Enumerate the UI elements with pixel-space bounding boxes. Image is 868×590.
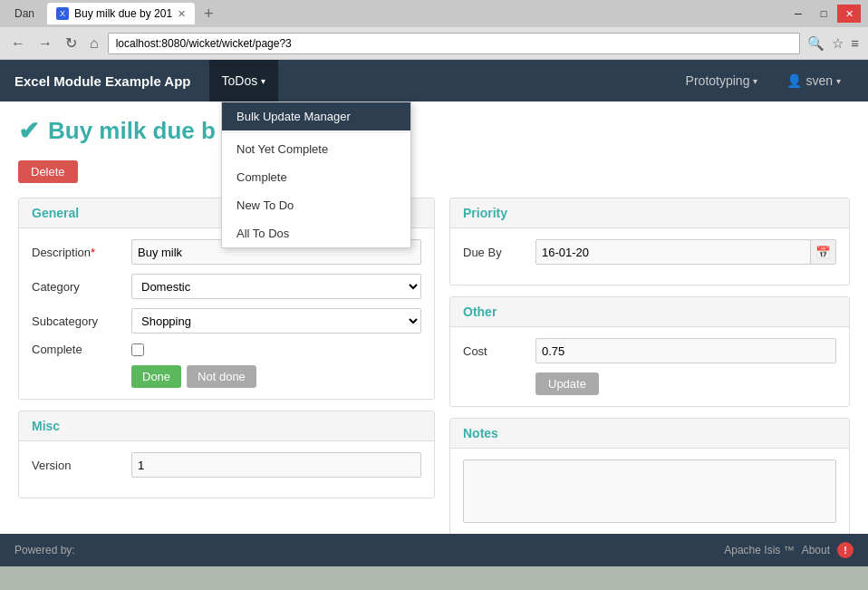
done-button[interactable]: Done <box>131 365 181 388</box>
tab-favicon: X <box>56 7 69 20</box>
todos-caret-icon: ▾ <box>261 76 265 86</box>
page-title-area: ✔ Buy milk due b <box>18 116 850 146</box>
toolbar-right: 🔍 ☆ ≡ <box>805 34 861 53</box>
search-icon[interactable]: 🔍 <box>805 34 826 53</box>
tab-close-button[interactable]: ✕ <box>178 8 186 20</box>
dropdown-item-all-to-dos[interactable]: All To Dos <box>222 219 410 247</box>
misc-panel-body: Version <box>19 441 434 498</box>
prototyping-label: Prototyping <box>686 73 750 88</box>
new-tab-button[interactable]: + <box>200 5 217 24</box>
navbar-user[interactable]: 👤 sven ▾ <box>774 60 854 102</box>
update-button[interactable]: Update <box>535 372 599 395</box>
delete-button[interactable]: Delete <box>18 160 78 183</box>
general-panel-body: Description* Category Domestic Subcatego… <box>19 228 434 399</box>
browser-titlebar: Dan X Buy milk due by 201 ✕ + ─ □ ✕ <box>0 0 868 27</box>
user-caret-icon: ▾ <box>836 76 841 86</box>
cost-input[interactable] <box>535 338 836 363</box>
page-title: Buy milk due b <box>48 117 216 145</box>
address-bar[interactable] <box>108 33 801 54</box>
apache-isis-link[interactable]: Apache Isis ™ <box>724 544 794 556</box>
star-icon[interactable]: ☆ <box>830 34 845 53</box>
about-link[interactable]: About <box>802 544 830 556</box>
home-button[interactable]: ⌂ <box>86 34 102 53</box>
todos-dropdown-menu: Bulk Update Manager Not Yet Complete Com… <box>221 102 411 248</box>
other-panel-header: Other <box>450 297 849 327</box>
notes-panel: Notes <box>449 418 850 534</box>
prototyping-caret-icon: ▾ <box>753 76 757 86</box>
category-select[interactable]: Domestic <box>131 274 421 299</box>
priority-panel-body: Due By 📅 <box>450 228 849 285</box>
footer: Powered by: Apache Isis ™ About ! <box>0 534 868 566</box>
complete-group: Complete <box>32 343 421 356</box>
footer-right: Apache Isis ™ About ! <box>724 542 854 558</box>
category-label: Category <box>32 280 131 294</box>
menu-icon[interactable]: ≡ <box>849 34 861 53</box>
navbar-brand: Excel Module Example App <box>14 73 191 89</box>
priority-panel: Priority Due By 📅 <box>449 198 850 285</box>
description-label: Description* <box>32 246 131 259</box>
complete-label: Complete <box>32 343 131 356</box>
warning-icon[interactable]: ! <box>837 542 854 558</box>
dropdown-item-bulk-update[interactable]: Bulk Update Manager <box>222 102 410 131</box>
cost-row: Cost <box>463 338 836 363</box>
version-label: Version <box>32 459 131 472</box>
powered-by-label: Powered by: <box>14 544 75 556</box>
tab-title: Buy milk due by 201 <box>74 7 172 20</box>
browser-toolbar: ← → ↻ ⌂ 🔍 ☆ ≡ <box>0 27 868 60</box>
browser-tab: X Buy milk due by 201 ✕ <box>47 3 195 24</box>
due-by-label: Due By <box>463 246 535 259</box>
complete-checkbox[interactable] <box>131 343 144 356</box>
other-panel-body: Cost Update <box>450 327 849 406</box>
notes-textarea[interactable] <box>463 459 836 523</box>
dropdown-item-not-yet-complete[interactable]: Not Yet Complete <box>222 135 410 163</box>
minimize-button[interactable]: ─ <box>786 5 810 23</box>
update-button-area: Update <box>535 372 836 395</box>
navbar: Excel Module Example App ToDos ▾ Prototy… <box>0 60 868 102</box>
dropdown-divider <box>222 132 410 133</box>
back-button[interactable]: ← <box>7 34 29 53</box>
priority-panel-header: Priority <box>450 198 849 228</box>
todos-label: ToDos <box>222 73 258 88</box>
forward-button[interactable]: → <box>34 34 56 53</box>
navbar-todos[interactable]: ToDos ▾ <box>209 60 279 102</box>
notes-panel-header: Notes <box>450 419 849 449</box>
subcategory-group: Subcategory Shopping <box>32 308 421 334</box>
dropdown-item-complete[interactable]: Complete <box>222 163 410 191</box>
misc-panel: Misc Version <box>18 411 435 498</box>
user-icon: 👤 <box>786 73 802 88</box>
check-icon: ✔ <box>18 116 39 146</box>
not-done-button[interactable]: Not done <box>187 365 256 388</box>
misc-panel-header: Misc <box>19 411 434 441</box>
app-container: Excel Module Example App ToDos ▾ Prototy… <box>0 60 868 566</box>
main-content: ✔ Buy milk due b Delete General Descript… <box>0 102 868 534</box>
calendar-icon[interactable]: 📅 <box>811 239 836 265</box>
version-group: Version <box>32 452 421 478</box>
cost-label: Cost <box>463 344 535 358</box>
version-input[interactable] <box>131 452 421 478</box>
navbar-prototyping[interactable]: Prototyping ▾ <box>673 60 771 102</box>
due-by-input[interactable] <box>535 239 811 265</box>
subcategory-label: Subcategory <box>32 314 131 328</box>
content-grid: General Description* Category Domestic <box>18 198 850 534</box>
close-button[interactable]: ✕ <box>837 5 861 23</box>
dropdown-item-new-to-do[interactable]: New To Do <box>222 191 410 219</box>
navbar-user-label: sven <box>805 73 833 88</box>
user-label: Dan <box>7 7 42 20</box>
done-button-group: Done Not done <box>131 365 421 388</box>
subcategory-select[interactable]: Shopping <box>131 308 421 334</box>
navbar-right: Prototyping ▾ 👤 sven ▾ <box>673 60 854 102</box>
reload-button[interactable]: ↻ <box>62 33 81 53</box>
other-panel: Other Cost Update <box>449 296 850 407</box>
notes-panel-body <box>450 449 849 534</box>
due-by-row: Due By 📅 <box>463 239 836 265</box>
maximize-button[interactable]: □ <box>812 5 835 23</box>
category-group: Category Domestic <box>32 274 421 299</box>
window-controls: ─ □ ✕ <box>786 5 861 23</box>
due-by-field: 📅 <box>535 239 836 265</box>
action-bar: Delete <box>18 160 850 183</box>
right-column: Priority Due By 📅 Other <box>449 198 850 534</box>
